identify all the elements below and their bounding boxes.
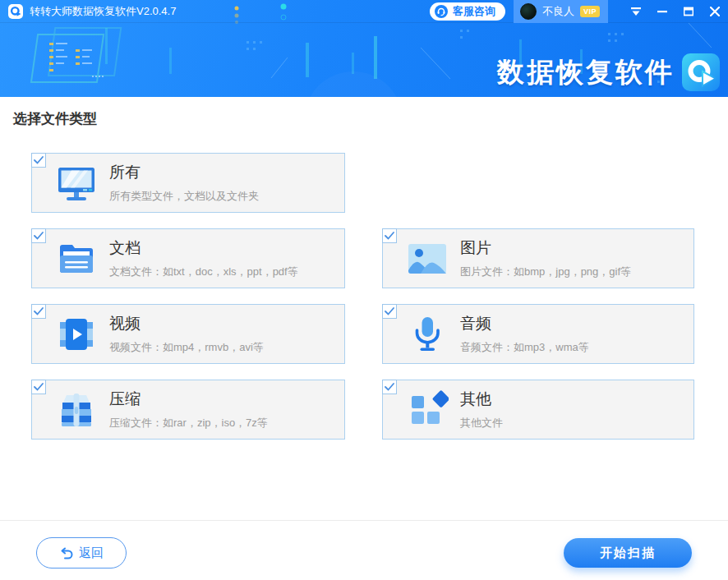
start-scan-button[interactable]: 开始扫描	[564, 538, 692, 568]
back-button-label: 返回	[79, 545, 104, 561]
customer-support-button[interactable]: 客服咨询	[430, 2, 505, 21]
microphone-icon	[406, 313, 449, 356]
card-title: 音频	[460, 313, 589, 334]
check-icon	[385, 232, 394, 240]
minimize-icon	[657, 7, 667, 16]
checkbox-audio-checked[interactable]	[382, 304, 397, 319]
card-subtitle: 音频文件：如mp3，wma等	[460, 340, 589, 355]
headset-icon	[435, 5, 448, 18]
tray-button[interactable]	[623, 0, 649, 23]
checkbox-all-checked[interactable]	[31, 153, 46, 168]
checkbox-video-checked[interactable]	[31, 304, 46, 319]
recovery-logo-icon	[682, 53, 720, 91]
checkbox-doc-checked[interactable]	[31, 228, 46, 243]
maximize-button[interactable]	[675, 0, 702, 23]
banner: 数据恢复软件	[497, 53, 720, 91]
check-icon	[34, 307, 44, 315]
file-type-card-doc[interactable]: 文档 文档文件：如txt，doc，xls，ppt，pdf等	[31, 228, 345, 288]
card-subtitle: 所有类型文件，文档以及文件夹	[109, 189, 259, 204]
check-icon	[34, 156, 44, 164]
grid-icon	[406, 389, 449, 431]
folder-icon	[55, 237, 98, 280]
footer-divider	[0, 520, 728, 521]
card-subtitle: 文档文件：如txt，doc，xls，ppt，pdf等	[109, 265, 298, 279]
undo-arrow-icon	[59, 547, 73, 559]
card-subtitle: 视频文件：如mp4，rmvb，avi等	[109, 340, 264, 355]
product-title: 数据恢复软件	[497, 54, 675, 91]
maximize-icon	[684, 7, 693, 16]
app-header: 转转大师数据恢复软件V2.0.4.7 客服咨询 不良人 VIP	[0, 0, 728, 97]
card-subtitle: 其他文件	[460, 416, 503, 430]
file-type-grid: 所有 所有类型文件，文档以及文件夹 文档 文档文件：如txt，doc，xls，p…	[31, 153, 694, 440]
card-title: 压缩	[109, 389, 268, 410]
file-type-card-video[interactable]: 视频 视频文件：如mp4，rmvb，avi等	[31, 304, 345, 364]
card-subtitle: 压缩文件：如rar，zip，iso，7z等	[109, 416, 268, 430]
app-logo-icon	[8, 4, 23, 19]
titlebar: 转转大师数据恢复软件V2.0.4.7 客服咨询 不良人 VIP	[0, 0, 728, 23]
card-title: 图片	[460, 237, 631, 259]
check-icon	[34, 383, 44, 391]
file-type-card-archive[interactable]: 压缩 压缩文件：如rar，zip，iso，7z等	[31, 380, 345, 440]
card-title: 其他	[460, 389, 503, 410]
check-icon	[34, 232, 44, 240]
customer-support-label: 客服咨询	[453, 4, 495, 19]
archive-icon	[55, 389, 98, 431]
card-title: 视频	[109, 313, 264, 334]
start-scan-label: 开始扫描	[600, 545, 656, 559]
video-icon	[55, 313, 98, 356]
tray-icon	[631, 7, 641, 16]
checkbox-other-checked[interactable]	[382, 380, 397, 394]
username: 不良人	[542, 4, 574, 19]
close-icon	[710, 7, 720, 16]
file-type-card-audio[interactable]: 音频 音频文件：如mp3，wma等	[382, 304, 694, 364]
monitor-icon	[55, 162, 98, 205]
file-type-card-all[interactable]: 所有 所有类型文件，文档以及文件夹	[31, 153, 345, 213]
card-title: 所有	[109, 162, 259, 183]
close-button[interactable]	[702, 0, 728, 23]
file-type-card-other[interactable]: 其他 其他文件	[382, 380, 694, 440]
minimize-button[interactable]	[649, 0, 675, 23]
avatar	[520, 3, 537, 20]
check-icon	[385, 307, 394, 315]
checkbox-archive-checked[interactable]	[31, 380, 46, 394]
window-controls	[623, 0, 728, 23]
checkbox-image-checked[interactable]	[382, 228, 397, 243]
user-account-chip[interactable]: 不良人 VIP	[514, 0, 608, 23]
check-icon	[385, 383, 394, 391]
card-subtitle: 图片文件：如bmp，jpg，png，gif等	[460, 265, 631, 279]
card-title: 文档	[109, 237, 298, 259]
back-button[interactable]: 返回	[36, 537, 127, 568]
file-type-card-image[interactable]: 图片 图片文件：如bmp，jpg，png，gif等	[382, 228, 694, 288]
page-title: 选择文件类型	[13, 109, 97, 128]
vip-badge: VIP	[580, 6, 600, 17]
picture-icon	[406, 237, 449, 280]
app-title: 转转大师数据恢复软件V2.0.4.7	[30, 4, 176, 19]
